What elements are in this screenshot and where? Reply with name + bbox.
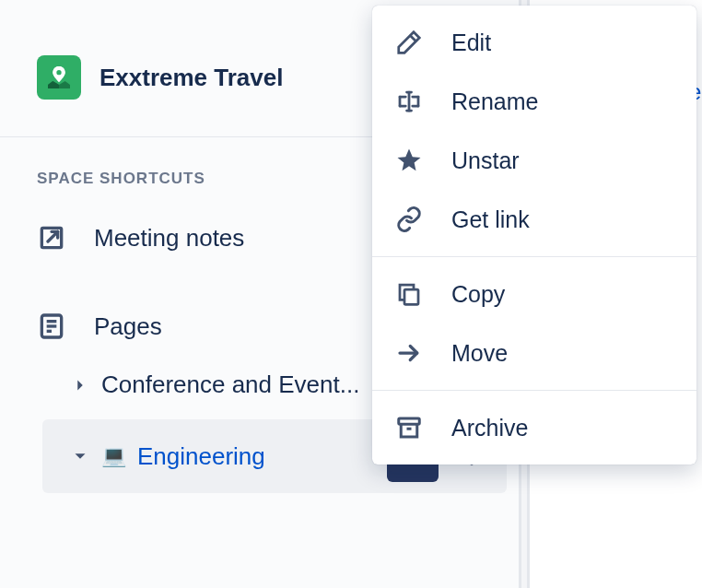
space-name: Exxtreme Travel (99, 64, 283, 92)
link-icon (394, 205, 424, 234)
menu-label: Rename (451, 88, 539, 115)
menu-edit[interactable]: Edit (372, 13, 696, 72)
page-actions-menu: Edit Rename Unstar (372, 6, 696, 465)
menu-label: Move (451, 340, 508, 367)
tree-item-label: Conference and Event... (101, 370, 359, 399)
shortcut-label: Meeting notes (94, 224, 244, 253)
chevron-down-icon[interactable] (70, 446, 90, 466)
svg-line-9 (410, 36, 415, 41)
svg-point-1 (56, 70, 61, 75)
pages-label: Pages (94, 312, 162, 341)
pin-map-icon (44, 63, 74, 92)
menu-label: Get link (451, 206, 530, 233)
svg-rect-12 (399, 418, 420, 424)
menu-copy[interactable]: Copy (372, 265, 696, 323)
copy-icon (394, 279, 424, 309)
menu-move[interactable]: Move (372, 323, 696, 382)
menu-get-link[interactable]: Get link (372, 190, 696, 249)
pencil-icon (394, 28, 424, 57)
external-link-icon (37, 223, 66, 253)
tree-item-label: Engineering (137, 442, 265, 471)
menu-label: Edit (451, 29, 491, 56)
menu-label: Archive (451, 415, 528, 441)
menu-label: Unstar (451, 147, 520, 174)
menu-archive[interactable]: Archive (372, 398, 696, 457)
menu-unstar[interactable]: Unstar (372, 131, 696, 190)
rename-icon (394, 87, 424, 116)
chevron-right-icon[interactable] (70, 375, 90, 395)
star-icon (394, 146, 424, 175)
archive-icon (394, 413, 424, 442)
svg-rect-10 (404, 289, 418, 304)
menu-rename[interactable]: Rename (372, 72, 696, 131)
space-logo (37, 55, 81, 100)
pages-icon (37, 312, 66, 341)
laptop-emoji-icon: 💻 (101, 446, 126, 466)
arrow-right-icon (394, 338, 424, 368)
menu-label: Copy (451, 281, 505, 308)
